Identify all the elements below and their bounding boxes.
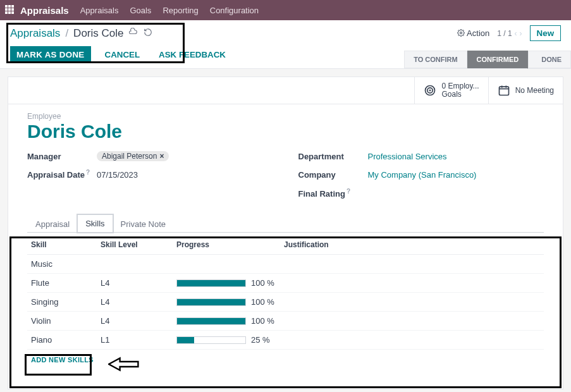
- action-menu[interactable]: Action: [457, 28, 489, 38]
- action-label: Action: [467, 28, 489, 38]
- breadcrumb-current: Doris Cole: [73, 27, 123, 40]
- col-level: Skill Level: [97, 235, 173, 255]
- apps-grid-icon[interactable]: [5, 5, 15, 15]
- smart-button-goals[interactable]: 0 Employ... Goals: [414, 77, 488, 104]
- manager-chip[interactable]: Abigail Peterson ×: [97, 151, 169, 161]
- pager-count: 1 / 1: [497, 29, 512, 38]
- skill-progress: 100 %: [173, 274, 280, 293]
- gear-icon: [457, 29, 465, 37]
- status-to-confirm[interactable]: TO CONFIRM: [404, 51, 467, 68]
- add-new-skills-button[interactable]: ADD NEW SKILLS: [27, 350, 97, 370]
- svg-point-0: [460, 32, 462, 34]
- svg-point-3: [429, 90, 431, 92]
- appraisal-date-label: Appraisal Date?: [27, 169, 97, 180]
- ask-feedback-button[interactable]: ASK FEEDBACK: [154, 46, 231, 63]
- col-justification: Justification: [280, 235, 544, 255]
- skill-group: Music: [27, 255, 544, 274]
- manager-chip-text: Abigail Peterson: [102, 152, 157, 161]
- table-row[interactable]: PianoL125 %: [27, 331, 544, 350]
- status-bar: TO CONFIRM CONFIRMED DONE: [404, 51, 571, 68]
- svg-rect-4: [499, 87, 508, 95]
- smart-goals-bottom: Goals: [441, 90, 479, 99]
- skill-level: L4: [97, 293, 173, 312]
- employee-field-label: Employee: [27, 112, 544, 121]
- appraisal-date-value[interactable]: 07/15/2023: [97, 170, 138, 180]
- company-label: Company: [298, 170, 368, 180]
- tab-private-note[interactable]: Private Note: [113, 215, 175, 233]
- new-button[interactable]: New: [530, 25, 561, 41]
- pager-next-icon[interactable]: ›: [520, 29, 522, 38]
- tab-appraisal[interactable]: Appraisal: [27, 215, 78, 233]
- toolbar: Appraisals / Doris Cole Action 1 / 1 ‹ ›…: [0, 20, 571, 69]
- skill-progress: 25 %: [173, 331, 280, 350]
- pager-prev-icon[interactable]: ‹: [515, 29, 517, 38]
- chip-remove-icon[interactable]: ×: [159, 152, 164, 161]
- col-progress: Progress: [173, 235, 280, 255]
- nav-goals[interactable]: Goals: [130, 6, 151, 15]
- skill-name: Violin: [27, 312, 97, 331]
- final-rating-label: Final Rating?: [298, 188, 368, 199]
- skill-progress: 100 %: [173, 312, 280, 331]
- discard-icon[interactable]: [144, 27, 152, 40]
- table-row[interactable]: SingingL4100 %: [27, 293, 544, 312]
- skill-progress: 100 %: [173, 293, 280, 312]
- skill-name: Piano: [27, 331, 97, 350]
- department-value[interactable]: Professional Services: [368, 152, 447, 161]
- department-label: Department: [298, 152, 368, 161]
- pager: 1 / 1 ‹ ›: [497, 29, 522, 38]
- help-icon[interactable]: ?: [86, 169, 90, 176]
- skill-name: Flute: [27, 274, 97, 293]
- app-title: Appraisals: [20, 5, 69, 16]
- skill-level: L1: [97, 331, 173, 350]
- skills-table: Skill Skill Level Progress Justification…: [27, 235, 544, 350]
- employee-name[interactable]: Doris Cole: [27, 121, 544, 142]
- mark-as-done-button[interactable]: MARK AS DONE: [10, 46, 91, 63]
- nav-appraisals[interactable]: Appraisals: [80, 6, 119, 15]
- manager-label: Manager: [27, 152, 97, 161]
- calendar-icon: [498, 84, 510, 97]
- table-row[interactable]: FluteL4100 %: [27, 274, 544, 293]
- top-nav-bar: Appraisals Appraisals Goals Reporting Co…: [0, 0, 571, 20]
- form-sheet: 0 Employ... Goals No Meeting Employee Do…: [8, 77, 563, 389]
- breadcrumb-root[interactable]: Appraisals: [10, 27, 60, 40]
- skill-justification[interactable]: [280, 293, 544, 312]
- status-done[interactable]: DONE: [528, 51, 571, 68]
- skill-name: Singing: [27, 293, 97, 312]
- cancel-button[interactable]: CANCEL: [100, 46, 145, 63]
- nav-configuration[interactable]: Configuration: [210, 6, 259, 15]
- skill-level: L4: [97, 274, 173, 293]
- smart-meeting-label: No Meeting: [515, 87, 554, 95]
- top-nav-links: Appraisals Goals Reporting Configuration: [80, 6, 259, 15]
- col-skill: Skill: [27, 235, 97, 255]
- skill-level: L4: [97, 312, 173, 331]
- breadcrumb-sep: /: [65, 27, 68, 40]
- target-icon: [424, 84, 436, 97]
- nav-reporting[interactable]: Reporting: [163, 6, 198, 15]
- table-row[interactable]: ViolinL4100 %: [27, 312, 544, 331]
- skill-justification[interactable]: [280, 274, 544, 293]
- tabs: Appraisal Skills Private Note: [27, 215, 544, 233]
- company-value[interactable]: My Company (San Francisco): [368, 170, 477, 180]
- help-icon[interactable]: ?: [347, 188, 350, 195]
- smart-button-meeting[interactable]: No Meeting: [488, 77, 563, 104]
- skill-justification[interactable]: [280, 312, 544, 331]
- breadcrumb: Appraisals / Doris Cole: [10, 27, 152, 40]
- tab-skills[interactable]: Skills: [77, 214, 113, 233]
- cloud-save-icon[interactable]: [128, 27, 138, 40]
- status-confirmed[interactable]: CONFIRMED: [467, 51, 529, 68]
- skill-justification[interactable]: [280, 331, 544, 350]
